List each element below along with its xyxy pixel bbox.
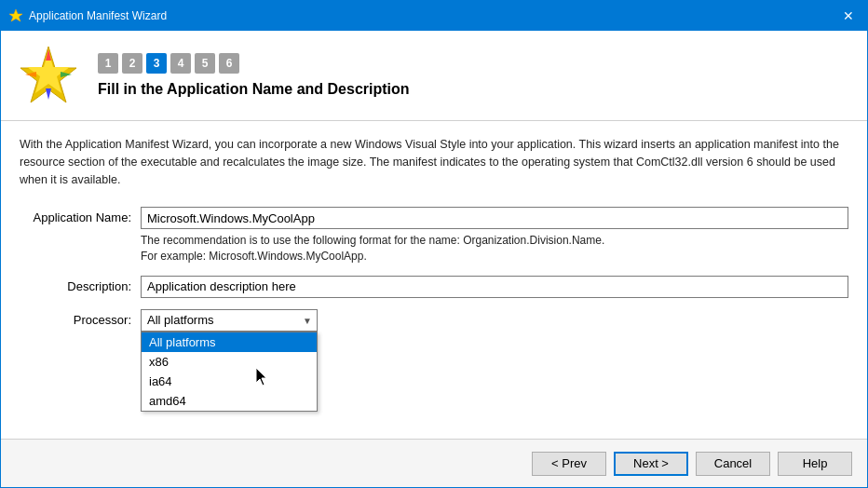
processor-dropdown: All platformsx86ia64amd64 (141, 332, 318, 412)
app-name-hint: The recommendation is to use the followi… (141, 233, 848, 264)
processor-label: Processor: (20, 309, 141, 327)
description-text: With the Application Manifest Wizard, yo… (20, 136, 848, 188)
step-6: 6 (219, 53, 239, 74)
description-input[interactable] (141, 276, 848, 298)
wizard-logo (16, 42, 81, 107)
app-name-field-col: The recommendation is to use the followi… (141, 207, 848, 264)
processor-select-display[interactable]: All platforms (141, 309, 318, 332)
step-3: 3 (146, 53, 167, 74)
header-area: 123456 Fill in the Application Name and … (1, 31, 867, 121)
description-label: Description: (20, 276, 141, 293)
step-4: 4 (170, 53, 191, 74)
svg-marker-0 (9, 9, 22, 21)
step-5: 5 (195, 53, 215, 74)
dropdown-item[interactable]: x86 (142, 352, 317, 372)
processor-field-col: All platforms ▼ All platformsx86ia64amd6… (141, 309, 848, 332)
steps-row: 123456 (98, 53, 410, 74)
step-1: 1 (98, 53, 118, 74)
cancel-button[interactable]: Cancel (696, 452, 770, 476)
application-window: Application Manifest Wizard ✕ 123456 Fil… (0, 0, 868, 488)
app-name-input[interactable] (141, 207, 848, 229)
app-icon (8, 8, 23, 23)
description-field-col (141, 276, 848, 298)
title-bar-text: Application Manifest Wizard (29, 9, 837, 22)
content-area: With the Application Manifest Wizard, yo… (1, 121, 867, 439)
step-2: 2 (122, 53, 142, 74)
description-row: Description: (20, 276, 848, 298)
title-bar: Application Manifest Wizard ✕ (1, 1, 867, 31)
app-name-row: Application Name: The recommendation is … (20, 207, 848, 264)
logo-area (16, 42, 83, 109)
footer: < Prev Next > Cancel Help (1, 439, 867, 487)
help-button[interactable]: Help (778, 452, 852, 476)
svg-marker-5 (46, 88, 51, 100)
next-button[interactable]: Next > (614, 452, 688, 476)
steps-and-title: 123456 Fill in the Application Name and … (98, 53, 410, 98)
dropdown-item[interactable]: ia64 (142, 372, 317, 391)
app-name-label: Application Name: (20, 207, 141, 224)
processor-select-wrapper: All platforms ▼ All platformsx86ia64amd6… (141, 309, 318, 332)
processor-row: Processor: All platforms ▼ All platforms… (20, 309, 848, 332)
dropdown-item[interactable]: amd64 (142, 391, 317, 411)
close-button[interactable]: ✕ (837, 5, 860, 27)
prev-button[interactable]: < Prev (532, 452, 606, 476)
wizard-title: Fill in the Application Name and Descrip… (98, 81, 410, 98)
dropdown-item[interactable]: All platforms (142, 332, 317, 352)
